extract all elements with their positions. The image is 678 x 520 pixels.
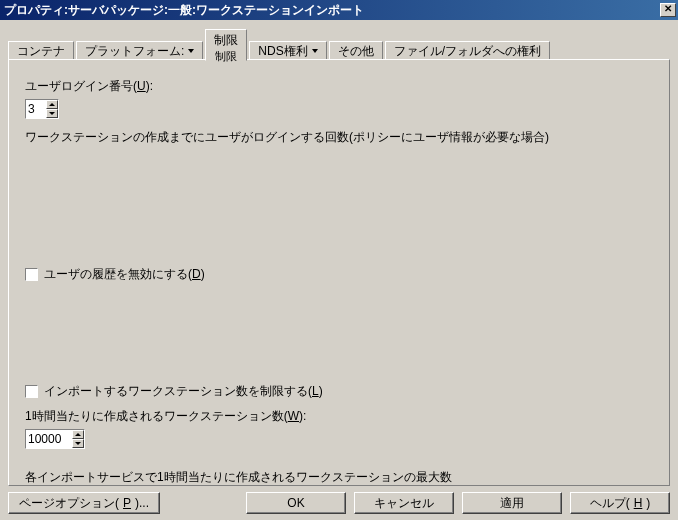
spin-down-button[interactable] [72, 439, 84, 448]
tab-sublabel: 制限 [215, 49, 237, 64]
tab-label: 制限 [214, 32, 238, 49]
close-button[interactable]: ✕ [660, 3, 676, 17]
help-button[interactable]: ヘルプ(H) [570, 492, 670, 514]
spin-down-button[interactable] [46, 109, 58, 118]
tab-container[interactable]: コンテナ [8, 41, 74, 61]
tab-bar: コンテナ プラットフォーム: 制限 制限 NDS権利 その他 ファイル/フォルダ… [8, 28, 670, 60]
tab-label: ファイル/フォルダへの権利 [394, 43, 541, 60]
page-options-button[interactable]: ページオプション(P)... [8, 492, 160, 514]
tab-limits[interactable]: 制限 制限 [205, 29, 247, 61]
limit-import-checkbox[interactable] [25, 385, 38, 398]
tab-platform[interactable]: プラットフォーム: [76, 41, 203, 61]
login-number-spinner[interactable] [25, 99, 59, 119]
cancel-button[interactable]: キャンセル [354, 492, 454, 514]
apply-button[interactable]: 適用 [462, 492, 562, 514]
chevron-down-icon [188, 49, 194, 53]
chevron-down-icon [312, 49, 318, 53]
login-help-text: ワークステーションの作成までにユーザがログインする回数(ポリシーにユーザ情報が必… [25, 129, 653, 146]
rate-spinner[interactable] [25, 429, 85, 449]
spin-up-button[interactable] [72, 430, 84, 439]
limit-import-label: インポートするワークステーション数を制限する(L) [44, 383, 323, 400]
spin-up-button[interactable] [46, 100, 58, 109]
window-title: プロパティ:サーバパッケージ:一般:ワークステーションインポート [4, 2, 364, 19]
tab-filefolder[interactable]: ファイル/フォルダへの権利 [385, 41, 550, 61]
rate-input[interactable] [26, 430, 72, 448]
disable-history-checkbox[interactable] [25, 268, 38, 281]
button-row: ページオプション(P)... OK キャンセル 適用 ヘルプ(H) [8, 492, 670, 514]
rate-help-text: 各インポートサービスで1時間当たりに作成されるワークステーションの最大数 [25, 469, 653, 486]
rate-label: 1時間当たりに作成されるワークステーション数(W): [25, 408, 653, 425]
tab-label: NDS権利 [258, 43, 307, 60]
tab-label: プラットフォーム: [85, 43, 184, 60]
tab-nds-rights[interactable]: NDS権利 [249, 41, 326, 61]
titlebar: プロパティ:サーバパッケージ:一般:ワークステーションインポート ✕ [0, 0, 678, 20]
tab-misc[interactable]: その他 [329, 41, 383, 61]
tab-label: その他 [338, 43, 374, 60]
disable-history-label: ユーザの履歴を無効にする(D) [44, 266, 205, 283]
ok-button[interactable]: OK [246, 492, 346, 514]
login-number-label: ユーザログイン番号(U): [25, 78, 653, 95]
tab-label: コンテナ [17, 43, 65, 60]
login-number-input[interactable] [26, 100, 46, 118]
tab-panel: ユーザログイン番号(U): ワークステーションの作成までにユーザがログインする回… [8, 59, 670, 486]
